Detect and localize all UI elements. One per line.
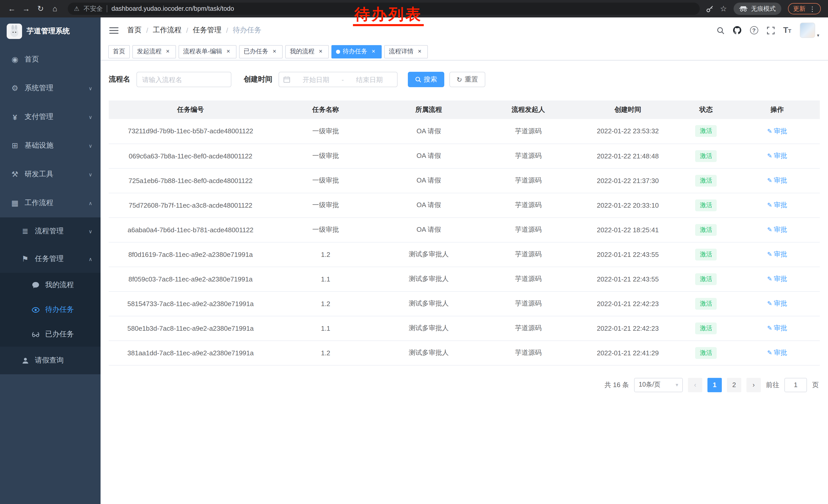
approve-link[interactable]: ✎审批 bbox=[767, 324, 787, 333]
close-icon[interactable]: × bbox=[317, 48, 324, 55]
infrastructure-icon: ⊞ bbox=[10, 141, 19, 150]
browser-home-icon[interactable]: ⌂ bbox=[48, 0, 61, 17]
sidebar-item-leave-query[interactable]: 请假查询 bbox=[0, 347, 100, 374]
sidebar-item-infrastructure[interactable]: ⊞ 基础设施 ∨ bbox=[0, 131, 100, 160]
tab-start-process[interactable]: 发起流程 × bbox=[132, 45, 176, 58]
cell-process: 测试多审批人 bbox=[379, 242, 479, 267]
cell-status: 激活 bbox=[678, 267, 735, 291]
chevron-up-icon: ∧ bbox=[88, 256, 92, 262]
start-date-input[interactable] bbox=[292, 76, 340, 83]
cell-task-id: 8f0d1619-7ac8-11ec-a9e2-a2380e71991a bbox=[109, 242, 273, 267]
breadcrumb-item-workflow[interactable]: 工作流程 bbox=[153, 26, 181, 35]
close-icon[interactable]: × bbox=[164, 48, 171, 55]
browser-back-icon[interactable]: ← bbox=[5, 0, 18, 17]
annotation-todo-list: 待办列表 bbox=[353, 6, 424, 26]
approve-link[interactable]: ✎审批 bbox=[767, 127, 787, 136]
sidebar-item-my-process[interactable]: 我的流程 bbox=[0, 273, 100, 297]
close-icon[interactable]: × bbox=[271, 48, 278, 55]
browser-menu-icon[interactable]: ⋮ bbox=[809, 5, 816, 12]
menu-item-label: 支付管理 bbox=[25, 112, 53, 122]
end-date-input[interactable] bbox=[346, 76, 393, 83]
approve-link[interactable]: ✎审批 bbox=[767, 151, 787, 161]
cell-task-id: 73211d9d-7b9b-11ec-b5b7-acde48001122 bbox=[109, 119, 273, 144]
approve-link[interactable]: ✎审批 bbox=[767, 250, 787, 259]
next-page-button[interactable]: › bbox=[746, 378, 761, 392]
sidebar-item-workflow[interactable]: ▦ 工作流程 ∧ bbox=[0, 189, 100, 217]
page-size-select[interactable]: 10条/页 ▾ bbox=[634, 378, 683, 392]
app-logo[interactable]: 芋道管理系统 bbox=[0, 17, 100, 45]
close-icon[interactable]: × bbox=[370, 48, 377, 55]
sidebar-item-done-tasks[interactable]: 已办任务 bbox=[0, 322, 100, 347]
font-size-icon[interactable]: TT bbox=[783, 26, 791, 35]
incognito-badge[interactable]: 无痕模式 bbox=[734, 3, 781, 15]
goto-page-input[interactable] bbox=[784, 378, 807, 392]
sidebar-item-dev-tools[interactable]: ⚒ 研发工具 ∨ bbox=[0, 160, 100, 189]
sidebar-item-todo-tasks[interactable]: 待办任务 bbox=[0, 297, 100, 322]
sidebar-item-payment-management[interactable]: ¥ 支付管理 ∨ bbox=[0, 102, 100, 131]
cell-task-name: 一级审批 bbox=[273, 144, 379, 168]
browser-refresh-icon[interactable]: ↻ bbox=[34, 0, 47, 17]
help-icon[interactable]: ? bbox=[750, 26, 758, 34]
close-icon[interactable]: × bbox=[416, 48, 423, 55]
sidebar-item-home[interactable]: ◉ 首页 bbox=[0, 45, 100, 74]
github-icon[interactable] bbox=[733, 26, 741, 34]
search-icon[interactable] bbox=[716, 27, 724, 34]
browser-update-button[interactable]: 更新 ⋮ bbox=[788, 3, 821, 14]
tab-process-form-edit[interactable]: 流程表单-编辑 × bbox=[178, 45, 237, 58]
page-button-1[interactable]: 1 bbox=[707, 378, 722, 392]
key-icon[interactable] bbox=[706, 5, 713, 12]
status-badge: 激活 bbox=[695, 297, 717, 310]
approve-link[interactable]: ✎审批 bbox=[767, 200, 787, 210]
tab-label: 发起流程 bbox=[137, 47, 162, 56]
close-icon[interactable]: × bbox=[225, 48, 232, 55]
approve-link[interactable]: ✎审批 bbox=[767, 225, 787, 234]
chevron-down-icon: ∨ bbox=[88, 228, 92, 234]
gear-icon: ⚙ bbox=[10, 84, 19, 93]
approve-link[interactable]: ✎审批 bbox=[767, 348, 787, 357]
cell-process: 测试多审批人 bbox=[379, 316, 479, 340]
page-button-2[interactable]: 2 bbox=[727, 378, 741, 392]
date-range-picker[interactable]: - bbox=[279, 72, 398, 87]
chevron-down-icon: ∨ bbox=[88, 85, 92, 91]
prev-page-button[interactable]: ‹ bbox=[688, 378, 702, 392]
tab-label: 流程详情 bbox=[389, 47, 413, 56]
browser-forward-icon[interactable]: → bbox=[19, 0, 33, 17]
sidebar-item-task-management[interactable]: ⚑ 任务管理 ∧ bbox=[0, 245, 100, 273]
table-body: 73211d9d-7b9b-11ec-b5b7-acde48001122 一级审… bbox=[109, 119, 820, 365]
tab-process-detail[interactable]: 流程详情 × bbox=[384, 45, 428, 58]
tab-my-process[interactable]: 我的流程 × bbox=[285, 45, 329, 58]
table-row: 8f0d1619-7ac8-11ec-a9e2-a2380e71991a 1.2… bbox=[109, 242, 820, 267]
tab-home[interactable]: 首页 bbox=[108, 45, 130, 58]
breadcrumb-item-task-management[interactable]: 任务管理 bbox=[193, 26, 222, 35]
bookmark-star-icon[interactable]: ☆ bbox=[720, 4, 727, 13]
column-task-name: 任务名称 bbox=[273, 100, 379, 119]
menu-item-label: 待办任务 bbox=[45, 305, 74, 314]
process-name-input[interactable] bbox=[136, 72, 232, 87]
fullscreen-icon[interactable] bbox=[767, 27, 774, 34]
cell-create-time: 2022-01-21 22:43:55 bbox=[578, 242, 677, 267]
approve-link[interactable]: ✎审批 bbox=[767, 274, 787, 283]
cell-initiator: 芋道源码 bbox=[479, 267, 578, 291]
cell-action: ✎审批 bbox=[734, 119, 820, 144]
reset-button[interactable]: ↻ 重置 bbox=[449, 72, 485, 87]
cell-create-time: 2022-01-21 22:42:23 bbox=[578, 316, 677, 340]
breadcrumb-item-home[interactable]: 首页 bbox=[127, 26, 141, 35]
approve-link[interactable]: ✎审批 bbox=[767, 299, 787, 308]
table-row: 58154733-7ac8-11ec-a9e2-a2380e71991a 1.2… bbox=[109, 291, 820, 316]
browser-toolbar-right: ☆ 无痕模式 更新 ⋮ bbox=[706, 3, 823, 15]
incognito-icon bbox=[739, 6, 747, 12]
chevron-down-icon: ∨ bbox=[88, 143, 92, 148]
sidebar-item-process-management[interactable]: ≣ 流程管理 ∨ bbox=[0, 217, 100, 245]
user-avatar[interactable]: ▾ bbox=[800, 22, 819, 38]
tab-todo-tasks[interactable]: 待办任务 × bbox=[331, 45, 382, 58]
approve-link[interactable]: ✎审批 bbox=[767, 176, 787, 185]
page-size-value: 10条/页 bbox=[639, 380, 661, 389]
menu-item-label: 流程管理 bbox=[35, 227, 64, 236]
search-icon bbox=[415, 77, 421, 83]
tab-done-tasks[interactable]: 已办任务 × bbox=[239, 45, 283, 58]
collapse-sidebar-icon[interactable] bbox=[109, 27, 119, 34]
status-badge: 激活 bbox=[695, 322, 717, 334]
sidebar-item-system-management[interactable]: ⚙ 系统管理 ∨ bbox=[0, 74, 100, 102]
cell-initiator: 芋道源码 bbox=[479, 193, 578, 217]
search-button[interactable]: 搜索 bbox=[408, 72, 444, 87]
